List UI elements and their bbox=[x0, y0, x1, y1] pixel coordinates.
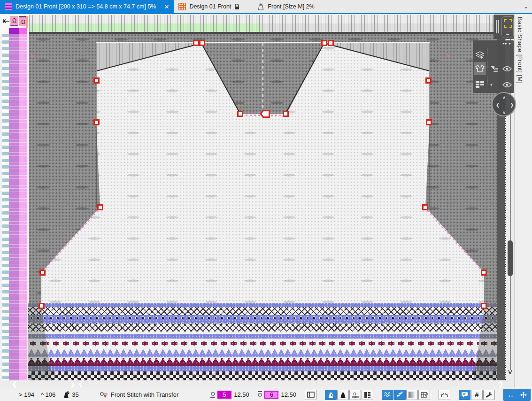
front-stitch-control-column[interactable] bbox=[9, 34, 19, 380]
navigation-dpad[interactable]: ∧ ∨ ❮ ❯ bbox=[492, 92, 516, 116]
move-cross-icon bbox=[520, 391, 527, 399]
gradient-view-button[interactable] bbox=[406, 390, 418, 400]
shape-handle[interactable] bbox=[193, 40, 199, 46]
speech-bubble-icon bbox=[461, 392, 468, 398]
dpad-up-icon[interactable]: ∧ bbox=[502, 95, 506, 100]
resize-mode-group: ↔ bbox=[503, 389, 531, 401]
move-button[interactable] bbox=[517, 390, 529, 400]
table-pencil-icon bbox=[421, 392, 428, 398]
shape-layer-button[interactable] bbox=[474, 62, 486, 75]
fairisle-hem-band[interactable] bbox=[41, 303, 484, 380]
horizontal-ruler[interactable] bbox=[29, 15, 505, 23]
fashioning-tool-button[interactable] bbox=[488, 62, 500, 75]
shape-top-boundary-line bbox=[96, 42, 430, 43]
front-stitch-value[interactable]: 5 bbox=[217, 391, 231, 399]
settings-button[interactable] bbox=[483, 390, 495, 400]
shape-steps-button[interactable] bbox=[394, 390, 406, 400]
expand-arrows-icon[interactable]: ▸▸ ▸ bbox=[503, 41, 511, 46]
shape-handle[interactable] bbox=[199, 40, 205, 46]
width-resize-button[interactable]: ↔ bbox=[505, 390, 517, 400]
stitch-transfer-icon bbox=[100, 392, 108, 398]
tab-label: Front [Size M] 2% bbox=[268, 3, 314, 10]
front-stitch-column-header[interactable]: Ω bbox=[10, 16, 18, 26]
yarn-solid-button[interactable] bbox=[337, 390, 349, 400]
hash-grid-icon: # bbox=[475, 391, 478, 399]
yarn-cone-icon bbox=[62, 391, 70, 399]
to-left-bar-icon[interactable]: ⇤ bbox=[1, 16, 11, 26]
cone-icon bbox=[339, 391, 347, 398]
shape-handle[interactable] bbox=[422, 204, 428, 210]
stitch-ruler-icon: Ω bbox=[352, 391, 359, 398]
add-layer-button[interactable] bbox=[474, 48, 486, 61]
scroll-left-icon[interactable]: ❮ bbox=[77, 380, 85, 388]
shape-handle[interactable] bbox=[39, 270, 46, 276]
shape-handle[interactable] bbox=[237, 111, 243, 117]
side-panel-title: Basic Shape [Front] [M] bbox=[517, 17, 523, 84]
purple-header-cell bbox=[9, 28, 19, 34]
h-resize-icon: ↔ bbox=[507, 391, 514, 399]
back-stitch-value[interactable]: 6 bbox=[264, 391, 278, 399]
vertical-scrollbar-thumb[interactable] bbox=[508, 240, 513, 276]
dpad-left-icon[interactable]: ❮ bbox=[496, 103, 500, 108]
layer-visibility-button[interactable] bbox=[501, 78, 513, 91]
magenta-header-cell bbox=[19, 28, 27, 34]
grid-toggle-button[interactable]: # bbox=[471, 390, 483, 400]
shape-handle[interactable] bbox=[321, 40, 327, 46]
yarn-view-button[interactable] bbox=[325, 390, 337, 400]
shape-handle[interactable] bbox=[93, 119, 100, 125]
gradient-icon bbox=[409, 392, 416, 398]
comments-button[interactable] bbox=[459, 390, 470, 400]
front-stitch-icon: Ω bbox=[210, 392, 215, 398]
scroll-right-icon[interactable]: ❯ bbox=[497, 380, 505, 388]
dpad-right-icon[interactable]: ❯ bbox=[510, 103, 514, 108]
back-stitch-control-column[interactable] bbox=[19, 34, 27, 380]
layout-blocks-button[interactable] bbox=[362, 390, 373, 400]
shape-handle[interactable] bbox=[328, 40, 334, 46]
shape-handle[interactable] bbox=[425, 77, 432, 84]
rows-layer-button[interactable] bbox=[474, 78, 486, 91]
selection-tool-button[interactable]: – bbox=[501, 16, 514, 38]
panel-grip[interactable] bbox=[496, 20, 501, 33]
split-view-button[interactable] bbox=[305, 390, 316, 400]
shape-handle[interactable] bbox=[39, 303, 45, 309]
stitch-gauge-button[interactable]: Ω bbox=[349, 390, 361, 400]
edit-table-button[interactable] bbox=[418, 390, 430, 400]
scroll-left-icon[interactable]: ❮ bbox=[10, 380, 19, 388]
tab-label: Design 01 Front bbox=[189, 3, 231, 10]
stitch-pair-button[interactable] bbox=[439, 390, 450, 400]
edge-marker-right: Ь bbox=[447, 54, 450, 57]
shape-handle[interactable] bbox=[426, 119, 432, 125]
eye-icon bbox=[502, 66, 512, 72]
knit-view-button[interactable] bbox=[382, 390, 393, 400]
stitch-pair-icon bbox=[440, 392, 448, 398]
scroll-right-icon[interactable]: ❯ bbox=[69, 380, 77, 388]
shape-handle[interactable] bbox=[481, 303, 487, 309]
row-ruler-column[interactable] bbox=[2, 34, 9, 380]
close-icon[interactable]: ✕ bbox=[164, 3, 169, 10]
edge-marker-left: Ь bbox=[31, 54, 34, 57]
shape-handle[interactable] bbox=[283, 111, 289, 117]
shape-handle[interactable] bbox=[97, 204, 103, 210]
svg-text:Ω: Ω bbox=[353, 392, 356, 396]
pattern-purple-icon bbox=[5, 3, 12, 10]
layer-visibility-button[interactable] bbox=[501, 62, 513, 75]
dpad-down-icon[interactable]: ∨ bbox=[502, 110, 506, 115]
tab-design-front-shape[interactable]: Design 01 Front [200 x 310 => 54.8 cm x … bbox=[0, 0, 174, 13]
scroll-down-icon[interactable]: ∨ bbox=[505, 368, 515, 378]
cursor-column-readout: > 194 bbox=[19, 391, 34, 398]
shape-handle[interactable] bbox=[93, 77, 100, 84]
layer-state-dot bbox=[488, 78, 494, 91]
lock-icon bbox=[234, 4, 239, 10]
front-stitch-size: 12.50 bbox=[234, 391, 249, 398]
side-outline-right bbox=[429, 71, 430, 208]
chevron-down-icon[interactable]: ⌄ bbox=[524, 3, 528, 10]
tab-front-size-m[interactable]: Front [Size M] 2% bbox=[253, 0, 319, 13]
minimize-label: – bbox=[502, 31, 513, 37]
split-pane-icon bbox=[307, 392, 315, 398]
back-stitch-icon: Ω bbox=[258, 391, 262, 398]
tab-design-front[interactable]: Design 01 Front bbox=[174, 0, 244, 13]
shape-handle[interactable] bbox=[481, 270, 487, 276]
tab-label: Design 01 Front [200 x 310 => 54.8 cm x … bbox=[15, 3, 156, 10]
steps-tool-icon bbox=[490, 65, 498, 72]
dot-icon bbox=[490, 84, 493, 86]
